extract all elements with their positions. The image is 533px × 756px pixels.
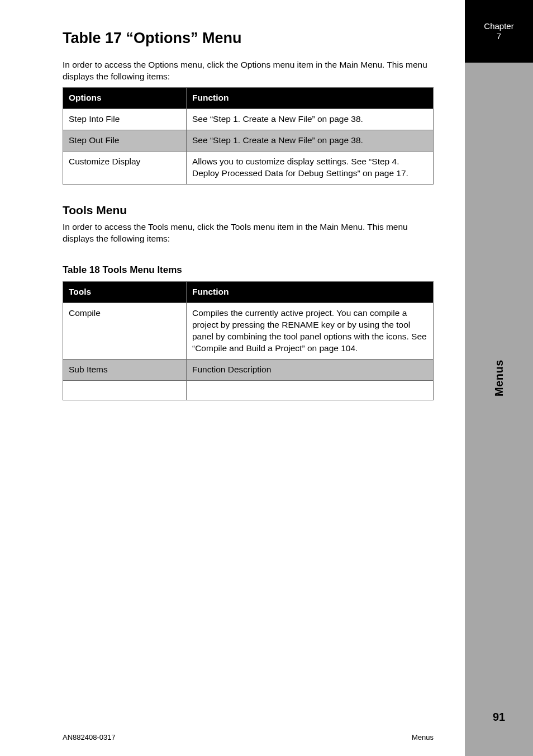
option-name: Customize Display [63, 152, 187, 185]
tools-heading: Tools Menu [63, 202, 434, 218]
chapter-badge: Chapter 7 [465, 0, 533, 63]
intro-text: In order to access the Options menu, cli… [63, 59, 434, 83]
sidebar: Chapter 7 Menus [465, 0, 533, 756]
option-desc: Allows you to customize display settings… [187, 152, 434, 185]
tools-intro: In order to access the Tools menu, click… [63, 221, 434, 245]
tool-desc: Function Description [187, 359, 434, 380]
options-table: Options Function Step Into File See “Ste… [63, 87, 434, 185]
tool-desc [187, 380, 434, 400]
page-number: 91 [465, 710, 533, 725]
footer-right: Menus [412, 733, 434, 743]
tools-caption: Table 18 Tools Menu Items [63, 264, 434, 277]
table-row: Compile Compiles the currently active pr… [63, 303, 434, 359]
footer-left: AN882408-0317 [63, 733, 116, 743]
chapter-number: 7 [497, 31, 501, 41]
table-row [63, 380, 434, 400]
tool-name: Sub Items [63, 359, 187, 380]
tools-table: Tools Function Compile Compiles the curr… [63, 281, 434, 400]
table-row: Step Out File See “Step 1. Create a New … [63, 130, 434, 152]
option-name: Step Out File [63, 130, 187, 152]
tools-col2-header: Function [187, 282, 434, 303]
option-desc: See “Step 1. Create a New File” on page … [187, 109, 434, 130]
tools-col1-header: Tools [63, 282, 187, 303]
tool-desc: Compiles the currently active project. Y… [187, 303, 434, 359]
option-name: Step Into File [63, 109, 187, 130]
page-footer: AN882408-0317 Menus [0, 733, 465, 743]
sidebar-vertical-label: Menus [492, 360, 507, 396]
table-row: Step Into File See “Step 1. Create a New… [63, 109, 434, 130]
tool-name: Compile [63, 303, 187, 359]
options-col2-header: Function [187, 88, 434, 109]
table-row: Sub Items Function Description [63, 359, 434, 380]
options-col1-header: Options [63, 88, 187, 109]
table-row: Customize Display Allows you to customiz… [63, 152, 434, 185]
chapter-label: Chapter [484, 21, 513, 31]
page-title: Table 17 “Options” Menu [63, 28, 434, 48]
option-desc: See “Step 1. Create a New File” on page … [187, 130, 434, 152]
tool-name [63, 380, 187, 400]
